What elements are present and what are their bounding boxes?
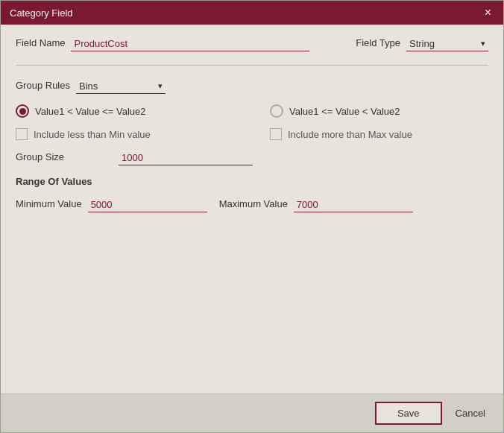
divider-1 [16,65,488,66]
field-type-label: Field Type [356,37,400,48]
radio-row: Value1 < Value <= Value2 Value1 <= Value… [16,104,488,118]
group-size-input[interactable] [119,151,253,165]
radio-1-circle[interactable] [16,104,29,118]
save-button[interactable]: Save [375,402,442,425]
bins-select[interactable]: Bins Custom [76,79,166,94]
radio-2-circle[interactable] [270,104,283,118]
checkbox-option-2[interactable]: Include more than Max value [270,128,412,140]
max-value-label: Maximum Value [219,198,288,209]
checkbox-1-label: Include less than Min value [34,129,151,140]
field-type-group: Field Type String Integer Decimal [356,37,488,51]
radio-1-label: Value1 < Value <= Value2 [35,106,146,117]
field-type-select-wrapper: String Integer Decimal [406,37,488,51]
radio-option-2[interactable]: Value1 <= Value < Value2 [270,104,400,118]
group-size-label: Group Size [16,151,113,162]
range-header-text: Range Of Values [16,176,92,187]
group-rules-label: Group Rules [16,80,70,91]
radio-option-1-container: Value1 < Value <= Value2 [16,104,234,118]
dialog-title: Category Field [10,7,73,19]
field-name-label: Field Name [16,37,65,48]
dialog-footer: Save Cancel [1,394,503,432]
min-value-label: Minimum Value [16,198,82,209]
checkbox-2-label: Include more than Max value [288,129,412,140]
checkbox-2-container: Include more than Max value [240,128,488,140]
min-value-input[interactable] [88,197,207,212]
max-value-item: Maximum Value [219,197,413,212]
field-name-group: Field Name [16,37,350,51]
checkbox-row: Include less than Min value Include more… [16,128,488,140]
bins-select-wrapper: Bins Custom [76,79,166,94]
group-rules-row: Group Rules Bins Custom [16,79,488,94]
dialog: Category Field × Field Name Field Type S… [0,0,504,433]
range-header: Range Of Values [16,176,488,187]
checkbox-1-container: Include less than Min value [16,128,234,140]
radio-2-label: Value1 <= Value < Value2 [289,106,400,117]
field-name-input[interactable] [71,37,309,51]
radio-option-2-container: Value1 <= Value < Value2 [240,104,488,118]
group-size-row: Group Size [16,151,488,165]
close-button[interactable]: × [482,7,494,19]
field-name-type-row: Field Name Field Type String Integer Dec… [16,37,488,51]
checkbox-option-1[interactable]: Include less than Min value [16,128,151,140]
radio-option-1[interactable]: Value1 < Value <= Value2 [16,104,146,118]
checkbox-1-box[interactable] [16,128,28,140]
checkbox-2-box[interactable] [270,128,282,140]
dialog-body: Field Name Field Type String Integer Dec… [1,25,503,394]
cancel-button[interactable]: Cancel [450,403,491,423]
max-value-input[interactable] [294,197,413,212]
title-bar: Category Field × [1,1,503,25]
min-value-item: Minimum Value [16,197,207,212]
range-row: Minimum Value Maximum Value [16,197,488,212]
field-type-select[interactable]: String Integer Decimal [406,37,488,51]
